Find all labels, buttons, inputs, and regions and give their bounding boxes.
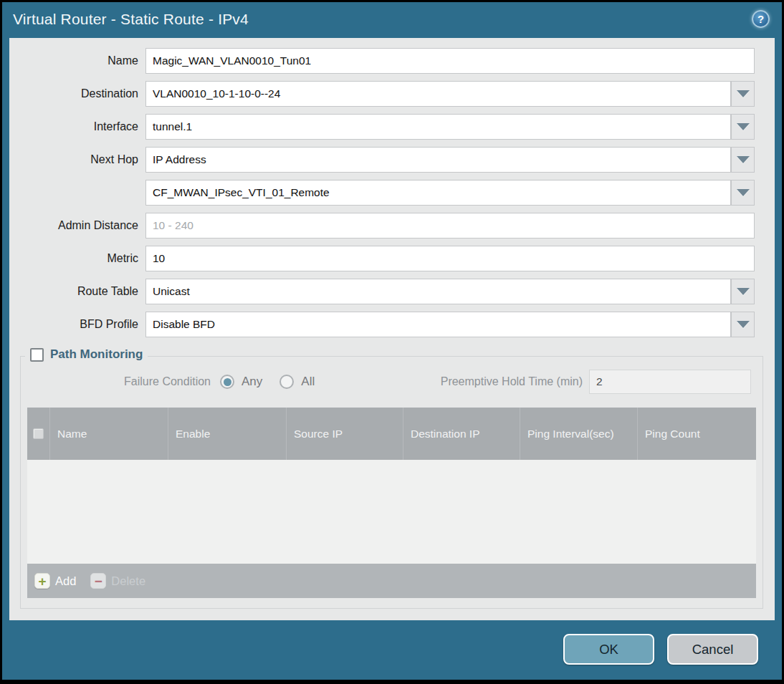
preemptive-hold-time-input[interactable] (589, 370, 751, 394)
failure-option-all: All (279, 375, 315, 389)
interface-dropdown-button[interactable] (731, 114, 755, 140)
column-header-ping-count: Ping Count (638, 408, 756, 460)
form-row-bfd-profile: BFD Profile (9, 312, 775, 337)
next-hop-type-input[interactable] (145, 147, 731, 173)
dialog-content: Name Destination Interface (9, 38, 775, 620)
chevron-down-icon (737, 123, 750, 130)
title-bar: Virtual Router - Static Route - IPv4 ? (2, 2, 782, 36)
interface-label: Interface (9, 120, 145, 133)
form-row-destination: Destination (9, 81, 775, 107)
preemptive-hold-time-label: Preemptive Hold Time (min) (441, 375, 583, 388)
path-monitoring-title: Path Monitoring (50, 347, 143, 362)
failure-condition-row: Failure Condition Any All Preemptive Hol… (21, 369, 763, 395)
next-hop-address-dropdown-button[interactable] (731, 180, 755, 206)
plus-icon: + (34, 573, 50, 589)
radio-all[interactable] (279, 375, 294, 389)
route-table-dropdown-button[interactable] (731, 279, 755, 304)
bfd-profile-input[interactable] (145, 312, 731, 337)
form-row-interface: Interface (9, 114, 775, 140)
failure-option-any: Any (220, 375, 262, 389)
form-row-name: Name (9, 48, 775, 74)
delete-button[interactable]: − Delete (90, 573, 145, 589)
metric-input[interactable] (145, 246, 755, 271)
next-hop-address-input[interactable] (145, 180, 731, 206)
bfd-profile-label: BFD Profile (9, 318, 145, 331)
table-body-empty (27, 460, 756, 564)
path-monitoring-checkbox[interactable] (30, 348, 44, 362)
column-header-enable: Enable (168, 408, 287, 460)
name-label: Name (9, 54, 145, 67)
dialog-title: Virtual Router - Static Route - IPv4 (13, 11, 249, 28)
destination-dropdown-button[interactable] (731, 81, 755, 107)
table-header-row: Name Enable Source IP Destination IP Pin… (27, 408, 756, 460)
interface-input[interactable] (145, 114, 731, 140)
table-header-select (27, 408, 50, 460)
chevron-down-icon (737, 90, 750, 97)
ok-button[interactable]: OK (563, 634, 654, 665)
metric-label: Metric (9, 252, 145, 265)
column-header-destination-ip: Destination IP (403, 408, 520, 460)
path-monitoring-legend: Path Monitoring (25, 347, 148, 362)
dialog-frame: Virtual Router - Static Route - IPv4 ? N… (2, 2, 782, 680)
help-icon[interactable]: ? (752, 10, 770, 28)
bfd-profile-dropdown-button[interactable] (731, 312, 755, 337)
radio-any-label: Any (242, 375, 262, 389)
chevron-down-icon (737, 189, 750, 196)
route-table-label: Route Table (9, 285, 145, 298)
form-row-metric: Metric (9, 246, 775, 271)
name-input[interactable] (145, 48, 755, 74)
path-monitoring-table: Name Enable Source IP Destination IP Pin… (27, 408, 756, 598)
column-header-name: Name (50, 408, 168, 460)
chevron-down-icon (737, 156, 750, 163)
failure-condition-label: Failure Condition (21, 375, 211, 388)
radio-any[interactable] (220, 375, 234, 389)
admin-distance-input[interactable] (145, 213, 755, 239)
cancel-button[interactable]: Cancel (667, 634, 758, 665)
table-footer-bar: + Add − Delete (27, 564, 756, 598)
column-header-source-ip: Source IP (287, 408, 403, 460)
column-header-ping-interval: Ping Interval(sec) (520, 408, 638, 460)
static-route-form: Name Destination Interface (9, 38, 775, 337)
destination-input[interactable] (145, 81, 731, 107)
form-row-next-hop-address (9, 180, 775, 206)
chevron-down-icon (737, 288, 750, 295)
dialog-window: Virtual Router - Static Route - IPv4 ? N… (0, 0, 784, 684)
select-all-checkbox[interactable] (33, 428, 44, 439)
dialog-action-buttons: OK Cancel (563, 634, 758, 665)
route-table-input[interactable] (145, 279, 731, 304)
minus-icon: − (90, 573, 106, 589)
next-hop-label: Next Hop (9, 153, 145, 166)
form-row-next-hop: Next Hop (9, 147, 775, 173)
next-hop-type-dropdown-button[interactable] (731, 147, 755, 173)
form-row-admin-distance: Admin Distance (9, 213, 775, 239)
chevron-down-icon (737, 321, 750, 328)
path-monitoring-group: Path Monitoring Failure Condition Any Al… (20, 356, 763, 609)
radio-all-label: All (301, 375, 315, 389)
form-row-route-table: Route Table (9, 279, 775, 304)
delete-button-label: Delete (111, 574, 145, 588)
add-button[interactable]: + Add (34, 573, 76, 589)
add-button-label: Add (55, 574, 76, 588)
destination-label: Destination (9, 87, 145, 100)
admin-distance-label: Admin Distance (9, 219, 145, 232)
